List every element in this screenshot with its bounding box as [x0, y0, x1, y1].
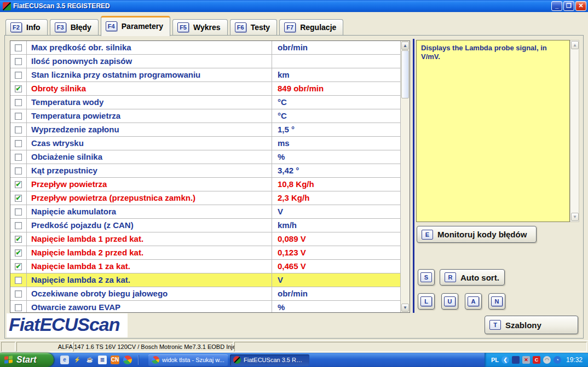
row-checkbox[interactable]: ✔ [15, 99, 22, 106]
tray-icon[interactable]: C [533, 356, 540, 364]
row-checkbox[interactable]: ✔ [15, 263, 22, 270]
hotkey-button[interactable]: N [488, 293, 505, 310]
quick-launch-icon[interactable]: ⚡ [73, 356, 82, 364]
start-button[interactable]: Start [0, 353, 54, 367]
tab[interactable]: F4 Parametery [101, 16, 170, 36]
task-button[interactable]: FiatECUScan 3.5 REG... [230, 354, 309, 366]
tray-icon[interactable]: ❮ [501, 356, 509, 364]
table-row[interactable]: ✔ Ilość ponownych zapisów [10, 55, 400, 68]
row-checkbox[interactable]: ✔ [15, 236, 22, 243]
hotkey-button[interactable]: L [418, 293, 435, 310]
quick-launch-icon[interactable]: CN [111, 356, 119, 364]
parameter-value: % [272, 150, 400, 164]
hotkey-button[interactable]: A [465, 293, 482, 310]
tab[interactable]: F3 Błędy [50, 19, 99, 36]
row-checkbox[interactable]: ✔ [15, 222, 22, 229]
row-checkbox[interactable]: ✔ [15, 44, 22, 51]
row-checkbox[interactable]: ✔ [15, 140, 22, 147]
parameter-name: Temperatura wody [27, 96, 272, 109]
table-row[interactable]: ✔ Przepływ powietrza 10,8 Kg/h [10, 178, 400, 191]
parameter-name: Przepływ powietrza (przepustnica zamkn.) [27, 191, 272, 205]
parameter-value: % [272, 301, 400, 312]
table-row[interactable]: ✔ Napięcie akumulatora V [10, 205, 400, 219]
row-checkbox[interactable]: ✔ [15, 249, 22, 257]
table-row[interactable]: ✔ Wyprzedzenie zapłonu 1,5 ° [10, 123, 400, 137]
parameter-name: Napięcie lambda 1 za kat. [27, 260, 272, 273]
table-row[interactable]: ✔ Obciażenie silnika % [10, 150, 400, 164]
row-checkbox[interactable]: ✔ [15, 290, 22, 298]
minimize-button[interactable]: _ [551, 1, 562, 11]
row-checkbox[interactable]: ✔ [15, 277, 22, 284]
close-button[interactable]: ✕ [575, 1, 586, 11]
tab[interactable]: F7 Regulacje [279, 19, 343, 36]
row-checkbox[interactable]: ✔ [15, 154, 22, 161]
parameter-name: Obciażenie silnika [27, 150, 272, 164]
tray-icon[interactable]: ◠ [543, 356, 551, 364]
row-checkbox[interactable]: ✔ [15, 181, 22, 188]
quick-launch-icon[interactable] [123, 356, 132, 364]
tab[interactable]: F5 Wykres [172, 19, 228, 36]
table-row[interactable]: ✔ Czas wtrysku ms [10, 137, 400, 150]
scroll-up-icon[interactable]: ▲ [401, 42, 409, 50]
scroll-up-icon[interactable]: ▲ [571, 41, 579, 49]
info-panel-scrollbar[interactable]: ▲ ▼ [570, 40, 579, 222]
tab-label: Info [26, 23, 41, 32]
row-checkbox[interactable]: ✔ [15, 58, 22, 65]
table-row[interactable]: ✔ Kąt przepustnicy 3,42 ° [10, 164, 400, 178]
table-row[interactable]: ✔ Napięcie lambda 1 za kat. 0,465 V [10, 260, 400, 273]
table-row[interactable]: ✔ Max prędkość obr. silnika obr/min [10, 41, 400, 55]
templates-button[interactable]: T Szablony [485, 316, 578, 334]
tray-icon[interactable]: ◔ [554, 356, 561, 364]
auto-sort-button[interactable]: R Auto sort. [440, 269, 505, 286]
quick-launch-icon[interactable]: e [60, 356, 69, 364]
table-row[interactable]: ✔ Temperatura wody °C [10, 96, 400, 109]
windows-taskbar: Start e⚡☕≣CN widok tlsta - Szukaj w... F… [0, 353, 588, 367]
language-indicator[interactable]: PL [491, 357, 499, 363]
monitor-error-codes-button[interactable]: E Monitoruj kody błędów [417, 226, 537, 243]
restore-button[interactable]: ❐ [563, 1, 574, 11]
table-row[interactable]: ✔ Otwarcie zaworu EVAP % [10, 301, 400, 312]
tray-icon[interactable] [512, 356, 520, 364]
table-row[interactable]: ✔ Napięcie lambda 2 przed kat. 0,123 V [10, 246, 400, 260]
status-segment [1, 342, 15, 352]
hotkey-badge: L [420, 296, 432, 306]
parameter-value: km/h [272, 219, 400, 232]
row-checkbox[interactable]: ✔ [15, 195, 22, 202]
table-row[interactable]: ✔ Oczekiwane obroty biegu jałowego obr/m… [10, 287, 400, 301]
table-row[interactable]: ✔ Obroty silnika 849 obr/min [10, 82, 400, 96]
scroll-down-icon[interactable]: ▼ [401, 304, 409, 312]
row-checkbox[interactable]: ✔ [15, 113, 22, 120]
task-app-icon [152, 356, 159, 364]
table-row[interactable]: ✔ Napięcie lambda 1 przed kat. 0,089 V [10, 232, 400, 246]
scrollbar-thumb[interactable] [401, 50, 409, 98]
task-button[interactable]: widok tlsta - Szukaj w... [148, 354, 228, 366]
table-row[interactable]: ✔ Temperatura powietrza °C [10, 109, 400, 123]
scroll-down-icon[interactable]: ▼ [571, 213, 579, 221]
hotkey-button[interactable]: U [441, 293, 458, 310]
row-checkbox[interactable]: ✔ [15, 126, 22, 133]
vehicle-info-status: ALFA 147 1.6 TS 16V 120CV / Bosch Motron… [73, 342, 233, 352]
tray-icon[interactable]: ✕ [522, 356, 530, 364]
row-checkbox[interactable]: ✔ [15, 167, 22, 174]
parameter-rows: ✔ Max prędkość obr. silnika obr/min ✔ Il… [10, 41, 400, 312]
table-row[interactable]: ✔ Stan licznika przy ostatnim programowa… [10, 68, 400, 82]
tab[interactable]: F6 Testy [230, 19, 278, 36]
tab[interactable]: F2 Info [5, 19, 48, 36]
hotkey-badge: A [468, 296, 479, 306]
windows-logo-icon [4, 356, 13, 364]
table-row[interactable]: ✔ Przepływ powietrza (przepustnica zamkn… [10, 191, 400, 205]
parameter-name: Przepływ powietrza [27, 178, 272, 191]
parameter-name: Napięcie lambda 2 za kat. [27, 273, 272, 287]
table-scrollbar[interactable]: ▲ ▼ [400, 41, 410, 312]
check-icon: ✔ [15, 85, 21, 92]
table-row[interactable]: ✔ Predkość pojazdu (z CAN) km/h [10, 219, 400, 232]
quick-launch-icon[interactable]: ☕ [85, 356, 94, 364]
system-tray: PL ❮✕C◠◔ 19:32 [485, 353, 588, 367]
quick-launch-icon[interactable]: ≣ [98, 356, 107, 364]
row-checkbox[interactable]: ✔ [15, 85, 22, 92]
row-checkbox[interactable]: ✔ [15, 208, 22, 215]
sort-button[interactable]: S [418, 269, 435, 286]
row-checkbox[interactable]: ✔ [15, 72, 22, 79]
table-row[interactable]: ✔ Napięcie lambda 2 za kat. V [10, 273, 400, 287]
row-checkbox[interactable]: ✔ [15, 304, 22, 311]
